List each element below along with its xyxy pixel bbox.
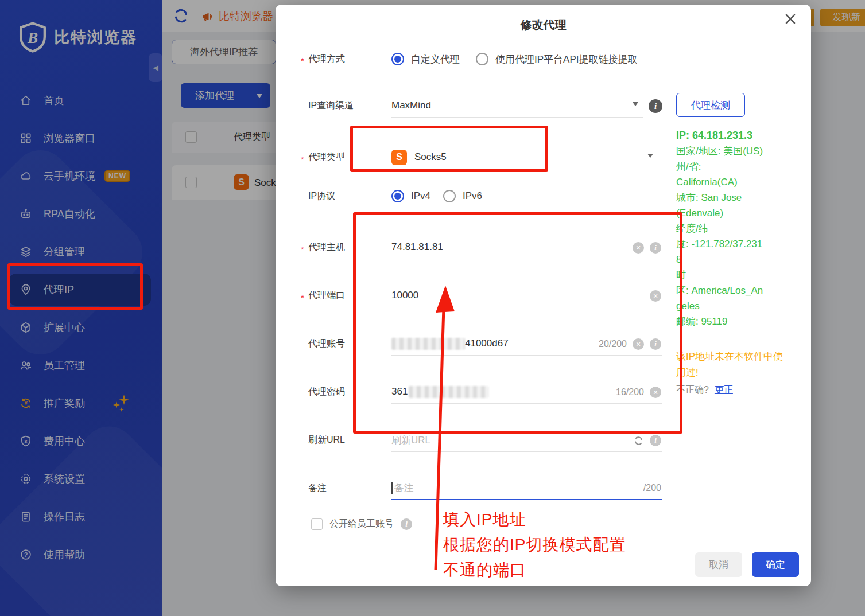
incorrect-label: 不正确? [676,385,709,395]
radio-ipv6[interactable] [443,190,456,202]
required-asterisk: * [301,56,304,65]
remark-placeholder: 备注 [394,481,414,494]
proxy-type-select[interactable]: S Socks5 [391,146,662,169]
ip-channel-value: MaxMind [391,100,431,111]
share-staff-label: 公开给员工账号 [329,518,394,530]
field-label-refresh-url: 刷新URL [308,428,345,452]
modal-title: 修改代理 [276,17,811,33]
info-icon[interactable]: i [650,435,661,446]
edit-proxy-modal: 修改代理 * 代理方式 自定义代理 使用代理IP平台API提取链接提取 IP查询… [276,5,811,586]
field-label-proxy-type: * 代理类型 [308,146,345,169]
char-counter: 20/200 [599,339,627,349]
ip-detect-result: IP: 64.181.231.3 国家/地区: 美国(US) 州/省: Cali… [676,127,785,329]
proxy-host-input[interactable]: 74.81.81.81 ✕ i [391,236,662,259]
refresh-url-icon[interactable] [633,435,644,446]
clear-icon[interactable]: ✕ [650,387,661,398]
proxy-port-input[interactable]: 10000 ✕ [391,284,662,307]
ip-channel-select[interactable]: MaxMind [391,94,643,118]
refresh-url-input[interactable]: 刷新URL i [391,428,662,452]
ip-unused-warning: 该IP地址未在本软件中使用过! [676,349,786,381]
clear-icon[interactable]: ✕ [633,242,644,254]
required-asterisk: * [301,154,304,163]
share-staff-checkbox[interactable] [311,518,323,530]
confirm-button[interactable]: 确定 [752,552,799,577]
refresh-url-placeholder: 刷新URL [391,434,430,447]
ip-channel-info-icon[interactable]: i [649,99,662,113]
correction-row: 不正确?更正 [676,384,733,396]
proxy-user-input[interactable]: 41000d67 20/200 ✕ i [391,332,662,356]
censored-block [391,338,465,350]
socks5-badge-icon: S [391,150,407,165]
char-counter: 16/200 [616,387,644,397]
ip-result-ip: IP: 64.181.231.3 [676,127,785,143]
censored-block [409,386,489,398]
field-label-proxy-host: * 代理主机 [308,236,345,259]
proxy-detect-button[interactable]: 代理检测 [676,93,745,117]
radio-api-extract-label: 使用代理IP平台API提取链接提取 [495,53,637,66]
ip-result-details: 国家/地区: 美国(US) 州/省: California(CA) 城市: Sa… [676,143,785,329]
proxy-pass-value: 361 [391,386,408,397]
field-label-proxy-user: 代理账号 [308,332,345,356]
info-icon[interactable]: i [401,518,412,530]
required-asterisk: * [301,292,304,302]
proxy-user-value: 41000d67 [465,338,509,349]
char-counter: /200 [643,483,661,493]
chevron-down-icon [633,102,638,109]
remark-input[interactable]: 备注 /200 [391,477,662,500]
required-asterisk: * [301,244,304,254]
radio-ipv6-label: IPv6 [463,190,482,202]
radio-ipv4-label: IPv4 [411,190,430,202]
field-label-proxy-pass: 代理密码 [308,380,345,404]
proxy-type-value: Socks5 [414,151,447,163]
proxy-mode-radio-group: 自定义代理 使用代理IP平台API提取链接提取 [391,48,747,71]
field-label-ip-protocol: IP协议 [308,185,335,208]
info-icon[interactable]: i [650,242,661,254]
ip-protocol-radio-group: IPv4 IPv6 [391,185,662,208]
radio-custom-proxy[interactable] [391,53,404,65]
clear-icon[interactable]: ✕ [650,290,661,302]
field-label-proxy-port: * 代理端口 [308,284,345,307]
field-label-ip-channel: IP查询渠道 [308,94,354,118]
close-icon[interactable] [783,11,798,26]
info-icon[interactable]: i [650,338,661,350]
proxy-port-value: 10000 [391,290,418,301]
share-staff-row: 公开给员工账号 i [311,518,412,530]
field-label-proxy-mode: * 代理方式 [308,48,345,71]
radio-api-extract[interactable] [476,53,488,65]
correct-link[interactable]: 更正 [715,385,733,395]
field-label-remark: 备注 [308,477,327,500]
cancel-button[interactable]: 取消 [695,552,742,577]
proxy-pass-input[interactable]: 361 16/200 ✕ [391,380,662,404]
radio-ipv4[interactable] [391,190,404,202]
proxy-host-value: 74.81.81.81 [391,241,443,253]
proxy-detect-label: 代理检测 [691,99,730,112]
chevron-down-icon [647,154,653,161]
radio-custom-proxy-label: 自定义代理 [411,53,460,66]
text-cursor [391,482,393,494]
clear-icon[interactable]: ✕ [633,338,644,350]
